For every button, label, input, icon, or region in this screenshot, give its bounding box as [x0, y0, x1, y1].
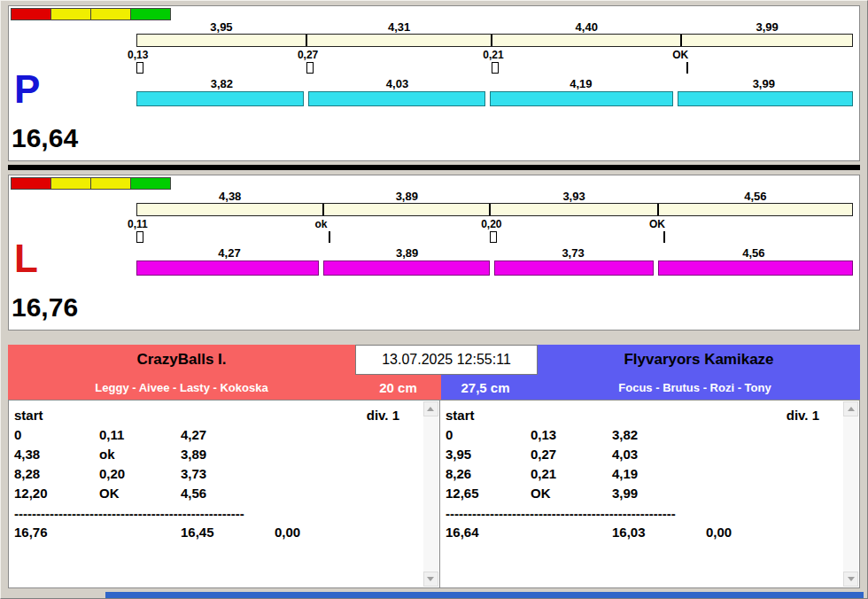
crossing-time: 0,11: [99, 425, 181, 445]
division-label: div. 1: [367, 406, 399, 425]
dog-time: 4,56: [181, 484, 275, 503]
team-name-left: CrazyBalls I.: [8, 345, 355, 375]
cumulative-time-bar: [136, 34, 853, 47]
cumulative-bar-segment: [491, 204, 659, 215]
dog-lineup-right: Focus - Brutus - Rozi - Tony: [530, 375, 860, 400]
crossing-checkbox[interactable]: [490, 231, 497, 243]
results-table-right: start div. 1 00,133,82 3,950,274,03 8,26…: [440, 400, 860, 588]
scroll-down-button[interactable]: [423, 572, 438, 587]
dog-time: 4,27: [181, 425, 275, 445]
results-area: start div. 1 00,114,27 4,38ok3,89 8,280,…: [8, 400, 860, 588]
total-time: 16,64: [446, 523, 531, 542]
crossing-checkbox[interactable]: [306, 62, 314, 74]
table-row: 4,38ok3,89: [14, 445, 439, 464]
crossing-times-row: 0,11 ok 0,20 OK: [136, 218, 853, 229]
cumulative-bar-segment: [324, 204, 491, 215]
split-time-label: 4,40: [576, 20, 598, 34]
table-row: 8,280,203,73: [14, 464, 439, 484]
vertical-scrollbar[interactable]: [843, 401, 858, 587]
crossing-time: 0,13: [531, 425, 612, 445]
dog-lineup-left-label: Leggy - Aivee - Lasty - Kokoska: [95, 381, 267, 394]
split-time-label: 3,89: [396, 190, 418, 203]
status-block-yellow-2: [90, 177, 131, 190]
team-name-right: Flyvaryors Kamikaze: [538, 345, 860, 375]
dog-time: 3,89: [181, 445, 275, 464]
dog-time-segment: [658, 261, 853, 276]
dog-times-row: 4,27 3,89 3,73 4,56: [136, 246, 853, 260]
totals-row: 16,6416,030,00: [446, 523, 859, 542]
crossing-checkbox[interactable]: [136, 62, 143, 74]
crossing-checkbox[interactable]: [492, 62, 499, 74]
status-block-green: [130, 8, 171, 20]
results-table-left: start div. 1 00,114,27 4,38ok3,89 8,280,…: [8, 400, 440, 588]
lane-timeline: 3,95 4,31 4,40 3,99 0,13 0,27 0,21 OK: [136, 20, 853, 106]
jump-height-right: 27,5 cm: [441, 375, 530, 400]
dog-time-segment: [678, 91, 853, 106]
crossing-time-label: 0,11: [128, 218, 148, 230]
table-row: 12,65OK3,99: [446, 484, 859, 503]
crossing-time: 0,27: [531, 445, 612, 464]
dog-time-label: 3,82: [211, 77, 233, 90]
dog-time-segment: [494, 261, 654, 276]
dog-time-label: 4,27: [218, 246, 240, 260]
crossing-time-label: 0,21: [483, 49, 503, 61]
jump-height-left: 20 cm: [355, 375, 441, 400]
cumulative-bar-segment: [659, 204, 852, 215]
split-time-label: 3,95: [210, 20, 232, 34]
crossing-time: OK: [531, 484, 612, 503]
table-row: 00,133,82: [446, 425, 859, 445]
lane-divider: [8, 165, 860, 170]
cumulative-time: 0: [446, 425, 531, 445]
scoreboard-subheader: Leggy - Aivee - Lasty - Kokoska 20 cm 27…: [8, 375, 860, 400]
dog-time-segment: [490, 91, 673, 106]
table-row: 8,260,214,19: [446, 464, 859, 484]
dog-times-bar: [136, 261, 853, 276]
crossing-checkbox[interactable]: [329, 231, 330, 243]
team-name-left-label: CrazyBalls I.: [136, 351, 226, 369]
dog-time: 4,03: [612, 445, 706, 464]
crossing-checkbox[interactable]: [663, 231, 665, 243]
scroll-down-button[interactable]: [843, 572, 858, 587]
dog-time-segment: [323, 261, 490, 276]
lane-p-panel: P 16,64 3,95 4,31 4,40 3,99 0,13 0,27 0,…: [8, 5, 860, 161]
crossing-checkbox[interactable]: [136, 231, 143, 243]
lane-total-time: 16,64: [12, 123, 78, 153]
background-window-edge: [105, 592, 864, 598]
dog-time-label: 3,89: [396, 246, 418, 260]
app-window: P 16,64 3,95 4,31 4,40 3,99 0,13 0,27 0,…: [0, 0, 868, 599]
table-row: 00,114,27: [14, 425, 439, 445]
crossing-marks-row: [136, 230, 853, 245]
lane-letter: L: [14, 239, 38, 278]
cumulative-time-bar: [136, 203, 853, 216]
cumulative-time: 12,65: [446, 484, 531, 503]
status-lights: [11, 177, 170, 190]
jump-height-left-label: 20 cm: [379, 380, 417, 395]
net-time: 16,03: [612, 523, 706, 542]
crossing-checkbox[interactable]: [686, 62, 688, 74]
status-block-red: [11, 8, 51, 20]
totals-row: 16,7616,450,00: [14, 523, 439, 542]
split-time-label: 4,31: [388, 20, 410, 34]
scroll-up-button[interactable]: [843, 401, 858, 416]
table-row: 3,950,274,03: [446, 445, 859, 464]
dog-time-label: 3,99: [753, 77, 775, 90]
scroll-up-button[interactable]: [423, 401, 438, 416]
diff-time: 0,00: [706, 523, 732, 542]
table-row: 12,20OK4,56: [14, 484, 439, 503]
cumulative-time: 3,95: [446, 445, 531, 464]
status-block-yellow-1: [50, 8, 91, 20]
separator-line: ----------------------------------------…: [446, 503, 859, 523]
cumulative-bar-segment: [137, 35, 307, 46]
dog-time: 4,19: [612, 464, 706, 484]
dog-times-bar: [136, 91, 853, 106]
dog-time: 3,73: [181, 464, 275, 484]
cumulative-time: 8,26: [446, 464, 531, 484]
table-header: start div. 1: [14, 406, 439, 425]
dog-time-segment: [308, 91, 485, 106]
vertical-scrollbar[interactable]: [423, 401, 438, 587]
table-header: start div. 1: [446, 406, 859, 425]
split-time-label: 3,99: [756, 20, 778, 34]
dog-time: 3,82: [612, 425, 706, 445]
dog-time-segment: [136, 91, 304, 106]
cumulative-bar-segment: [137, 204, 324, 215]
